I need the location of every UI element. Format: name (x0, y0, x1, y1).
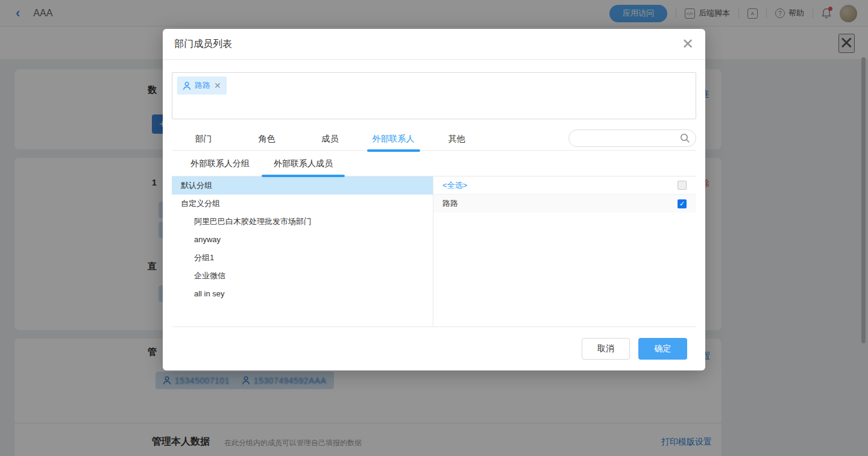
group-row[interactable]: 分组1 (172, 249, 433, 267)
selected-members-box[interactable]: 路路 ✕ (172, 72, 696, 119)
confirm-button[interactable]: 确定 (638, 338, 687, 360)
member-picker-dialog: 部门成员列表 ✕ 路路 ✕ 部门 角色 成员 外部联系人 其他 (163, 29, 705, 370)
group-row[interactable]: all in sey (172, 285, 433, 303)
group-row-default[interactable]: 默认分组 (172, 176, 433, 195)
select-all-checkbox[interactable] (678, 181, 687, 190)
member-name: 路路 (442, 198, 458, 209)
picker-tabs: 部门 角色 成员 外部联系人 其他 (172, 126, 696, 151)
dialog-close-icon[interactable]: ✕ (682, 37, 694, 51)
search-input[interactable] (568, 130, 696, 147)
tab-external-contact[interactable]: 外部联系人 (362, 126, 425, 151)
tab-department[interactable]: 部门 (172, 126, 235, 151)
cancel-button[interactable]: 取消 (582, 338, 630, 360)
search-icon (680, 133, 690, 146)
search-box (568, 130, 696, 147)
group-list: 默认分组 自定义分组 阿里巴巴白木胶处理批发市场部门 anyway 分组1 企业… (172, 176, 433, 326)
selected-member-name: 路路 (195, 80, 210, 91)
picker-lists: 默认分组 自定义分组 阿里巴巴白木胶处理批发市场部门 anyway 分组1 企业… (172, 176, 696, 327)
remove-member-icon[interactable]: ✕ (214, 81, 221, 90)
member-checkbox-checked[interactable]: ✓ (678, 199, 687, 208)
selected-member-chip[interactable]: 路路 ✕ (177, 77, 227, 95)
group-row[interactable]: 阿里巴巴白木胶处理批发市场部门 (172, 213, 433, 231)
tab-member[interactable]: 成员 (298, 126, 362, 151)
group-row-custom[interactable]: 自定义分组 (172, 195, 433, 213)
select-all-row[interactable]: <全选> (433, 176, 696, 195)
screen: ‹ AAA 应用访问 </> 后端脚本 A ? 帮助 (0, 0, 868, 456)
picker-subtabs: 外部联系人分组 外部联系人成员 (172, 151, 696, 176)
person-icon (183, 81, 191, 90)
subtab-external-members[interactable]: 外部联系人成员 (262, 151, 345, 176)
member-list: <全选> 路路 ✓ (433, 176, 696, 326)
dialog-body: 路路 ✕ 部门 角色 成员 外部联系人 其他 外部联系人分组 外部联系人成员 (163, 72, 705, 360)
dialog-header: 部门成员列表 ✕ (163, 29, 705, 60)
dialog-title: 部门成员列表 (174, 38, 232, 51)
dialog-footer: 取消 确定 (172, 327, 696, 360)
select-all-link[interactable]: <全选> (442, 180, 467, 191)
group-row[interactable]: anyway (172, 231, 433, 249)
member-row[interactable]: 路路 ✓ (433, 195, 696, 213)
subtab-external-groups[interactable]: 外部联系人分组 (178, 151, 262, 176)
tab-other[interactable]: 其他 (425, 126, 488, 151)
group-row[interactable]: 企业微信 (172, 267, 433, 285)
tab-role[interactable]: 角色 (235, 126, 298, 151)
